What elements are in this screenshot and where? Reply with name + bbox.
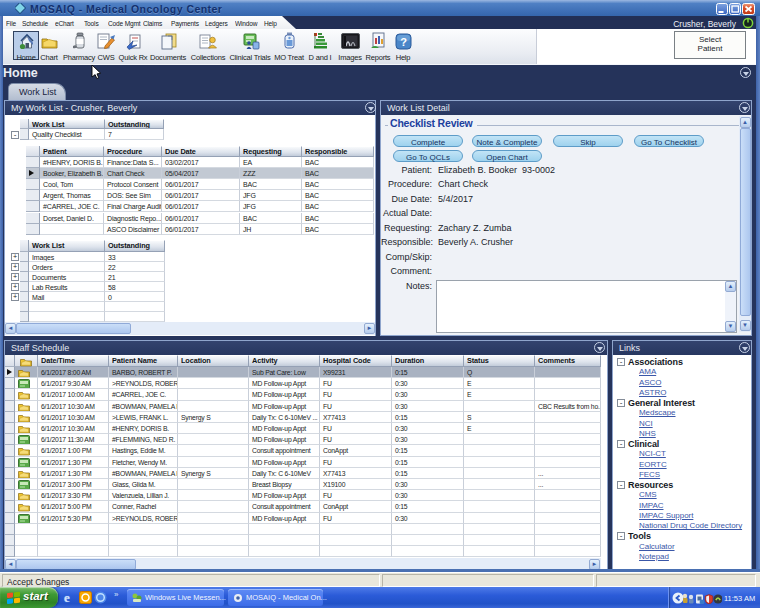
svg-text:?: ? — [400, 36, 407, 48]
